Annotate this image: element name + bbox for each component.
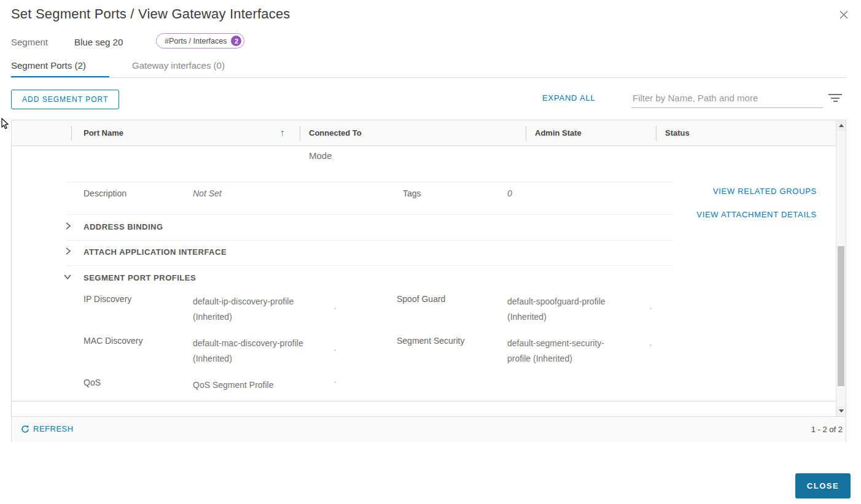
segment-name: Blue seg 20 (74, 37, 123, 47)
column-header-admin-state[interactable]: Admin State (535, 128, 582, 138)
section-address-binding[interactable]: ADDRESS BINDING (84, 222, 163, 231)
profile-value-line2: (Inherited) (193, 312, 232, 322)
info-dot-icon (650, 308, 652, 309)
mouse-cursor (1, 118, 9, 133)
profile-value-line1: default-mac-discovery-profile (193, 338, 303, 348)
sort-ascending-icon[interactable]: ↑ (280, 127, 285, 138)
expand-all-link[interactable]: EXPAND ALL (542, 93, 596, 103)
tabbar-divider (11, 77, 846, 78)
ports-interfaces-badge[interactable]: #Ports / Interfaces 2 (156, 33, 244, 48)
page-title: Set Segment Ports / View Gateway Interfa… (11, 6, 290, 22)
close-x-glyph (839, 10, 849, 20)
row-divider (67, 214, 673, 215)
profile-label: IP Discovery (84, 294, 131, 304)
profile-value: QoS Segment Profile (193, 378, 334, 393)
chevron-right-icon[interactable] (64, 247, 72, 255)
grid-body: Mode Description Not Set Tags 0 VIEW REL… (12, 146, 836, 401)
column-header-status[interactable]: Status (665, 128, 690, 138)
view-related-groups-link[interactable]: VIEW RELATED GROUPS (713, 187, 817, 196)
segment-label: Segment (11, 37, 48, 47)
row-divider (67, 240, 673, 241)
profile-value-line2: (Inherited) (193, 354, 232, 363)
info-dot-icon (334, 349, 336, 351)
column-divider (526, 126, 526, 141)
add-segment-port-button[interactable]: ADD SEGMENT PORT (11, 90, 119, 109)
profile-value: default-ip-discovery-profile(Inherited) (193, 294, 334, 325)
profile-value-line2: (Inherited) (507, 312, 547, 322)
refresh-icon (21, 425, 29, 433)
info-dot-icon (334, 308, 336, 309)
row-divider (67, 182, 673, 182)
triangle-up-icon (839, 124, 844, 127)
profile-value-line1: QoS Segment Profile (193, 380, 274, 390)
view-attachment-details-link[interactable]: VIEW ATTACHMENT DETAILS (696, 210, 817, 219)
filter-icon[interactable] (828, 94, 843, 104)
refresh-label: REFRESH (33, 424, 74, 433)
segment-ports-grid: Port Name ↑ Connected To Admin State Sta… (11, 120, 846, 442)
description-value: Not Set (193, 188, 222, 198)
row-divider (67, 265, 673, 266)
profile-value: default-spoofguard-profile(Inherited) (507, 294, 649, 325)
triangle-down-icon (839, 409, 844, 413)
profile-value-line1: default-ip-discovery-profile (193, 297, 294, 306)
ports-interfaces-badge-label: #Ports / Interfaces (165, 37, 227, 45)
column-divider (300, 126, 300, 141)
tab-gateway-interfaces[interactable]: Gateway interfaces (0) (132, 60, 225, 71)
refresh-link[interactable]: REFRESH (21, 424, 74, 433)
column-header-port-name[interactable]: Port Name (84, 128, 123, 138)
scrollbar-thumb[interactable] (838, 246, 844, 386)
tab-segment-ports[interactable]: Segment Ports (2) (11, 60, 86, 71)
profile-value: default-mac-discovery-profile(Inherited) (193, 336, 334, 366)
profile-label: QoS (84, 378, 101, 387)
grid-header-row: Port Name ↑ Connected To Admin State Sta… (12, 120, 846, 146)
profile-value-line1: default-segment-security- (507, 338, 604, 348)
close-button[interactable]: CLOSE (795, 473, 851, 498)
close-icon[interactable] (839, 10, 851, 22)
grid-footer: REFRESH 1 - 2 of 2 (12, 416, 846, 442)
column-divider (656, 126, 656, 141)
filter-input[interactable] (631, 90, 823, 108)
info-dot-icon (334, 381, 336, 383)
column-divider (71, 126, 72, 141)
mode-column-label: Mode (309, 150, 332, 161)
profile-value-line1: default-spoofguard-profile (507, 297, 606, 306)
ports-interfaces-count: 2 (231, 36, 241, 46)
chevron-down-icon[interactable] (63, 273, 72, 281)
info-dot-icon (650, 344, 652, 346)
profile-label: Spoof Guard (397, 294, 445, 304)
chevron-right-icon[interactable] (64, 222, 72, 230)
profile-value: default-segment-security-profile (Inheri… (507, 336, 649, 366)
section-attach-application-interface[interactable]: ATTACH APPLICATION INTERFACE (84, 247, 227, 257)
scroll-up-button[interactable] (836, 121, 846, 131)
profile-label: Segment Security (397, 336, 465, 346)
description-label: Description (84, 188, 127, 198)
vertical-scrollbar[interactable] (836, 120, 846, 416)
profile-value-line2: profile (Inherited) (507, 354, 572, 363)
profile-label: MAC Discovery (84, 336, 142, 346)
pagination-text: 1 - 2 of 2 (811, 425, 843, 434)
column-header-connected-to[interactable]: Connected To (309, 128, 362, 138)
tags-label: Tags (403, 188, 421, 198)
tags-value: 0 (507, 188, 512, 198)
section-segment-port-profiles[interactable]: SEGMENT PORT PROFILES (84, 273, 196, 282)
scroll-down-button[interactable] (836, 406, 846, 416)
